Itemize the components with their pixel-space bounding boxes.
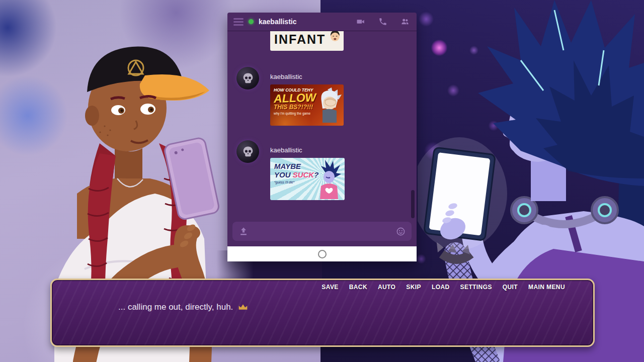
quick-menu-load[interactable]: LOAD xyxy=(432,284,450,291)
scrollbar[interactable] xyxy=(411,190,415,218)
meme-image-allow-this-bs[interactable]: HOW COULD TEHY ALLOW THIS BS?!?!!! why i… xyxy=(270,84,344,126)
online-status-icon xyxy=(249,19,254,24)
quick-menu-quit[interactable]: QUIT xyxy=(503,284,518,291)
phone-nav-bar xyxy=(227,246,417,261)
quick-menu-save[interactable]: SAVE xyxy=(321,284,338,291)
chat-title: kaeballistic xyxy=(259,18,297,26)
message-author: kaeballistic xyxy=(270,73,344,80)
home-button[interactable] xyxy=(318,250,327,258)
quick-menu-skip[interactable]: SKIP xyxy=(406,284,421,291)
meme-image-maybe-you-suck[interactable]: MAYBE YOU SUCK? *guess i'll die* xyxy=(270,158,345,200)
baby-face-graphic xyxy=(329,31,342,50)
mohawk-character-graphic xyxy=(312,160,343,199)
phone-chat-app: kaeballistic INFANT xyxy=(227,13,417,261)
crown-ctc-icon xyxy=(238,304,248,311)
quick-menu-settings[interactable]: SETTINGS xyxy=(460,284,492,291)
quick-menu-back[interactable]: BACK xyxy=(349,284,367,291)
menu-icon[interactable] xyxy=(233,18,244,26)
voice-call-icon[interactable] xyxy=(377,17,388,26)
facepalm-character-graphic xyxy=(312,87,343,123)
upload-icon[interactable] xyxy=(238,226,249,236)
meme-image-infant[interactable]: INFANT xyxy=(270,31,344,51)
chat-message: kaeballistic MAYBE YOU SUCK? *guess i'll… xyxy=(236,140,408,200)
quick-menu-main-menu[interactable]: MAIN MENU xyxy=(528,284,565,291)
dialogue-box[interactable]: SAVE BACK AUTO SKIP LOAD SETTINGS QUIT M… xyxy=(50,279,595,347)
quick-menu: SAVE BACK AUTO SKIP LOAD SETTINGS QUIT M… xyxy=(321,284,565,291)
skull-avatar[interactable] xyxy=(236,140,259,163)
game-screen: kaeballistic INFANT xyxy=(0,0,644,362)
meme-text: INFANT xyxy=(274,32,326,47)
quick-menu-auto[interactable]: AUTO xyxy=(378,284,395,291)
message-author: kaeballistic xyxy=(270,146,345,154)
message-input-bar[interactable] xyxy=(232,222,412,241)
emoji-icon[interactable] xyxy=(396,227,406,236)
members-icon[interactable] xyxy=(399,17,411,26)
chat-message: kaeballistic HOW COULD TEHY ALLOW THIS B… xyxy=(236,67,408,126)
skull-avatar[interactable] xyxy=(236,67,259,89)
dialogue-text: ... calling me out, directly, huh. xyxy=(118,302,233,312)
message-list[interactable]: INFANT kaeballistic HOW COULD TEHY ALLOW… xyxy=(227,31,417,221)
video-call-icon[interactable] xyxy=(355,17,366,26)
chat-header: kaeballistic xyxy=(227,13,417,31)
